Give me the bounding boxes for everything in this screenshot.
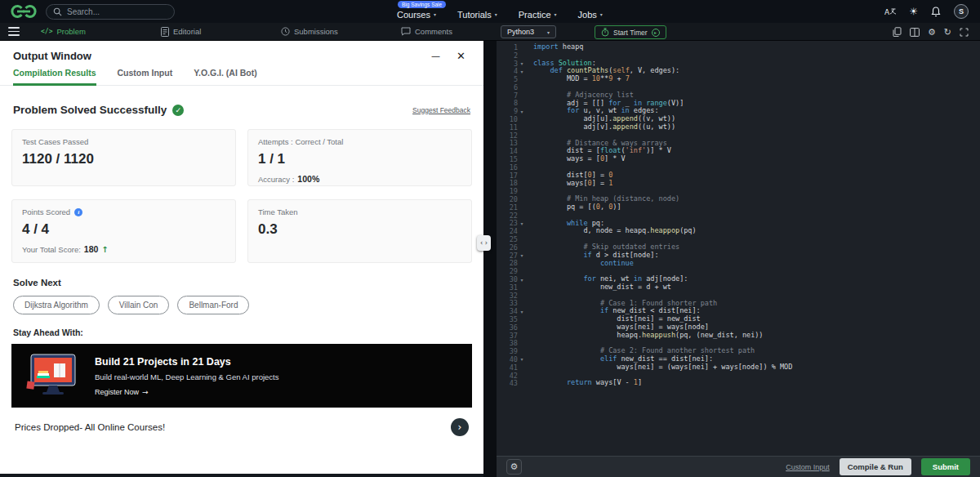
code-line[interactable]: heapq.heappush(pq, (new_dist, nei)) xyxy=(533,332,980,340)
suggest-feedback-link[interactable]: Suggest Feedback xyxy=(412,106,470,114)
compile-run-button[interactable]: Compile & Run xyxy=(840,458,911,475)
tab-yogi-ai-bot[interactable]: Y.O.G.I. (AI Bot) xyxy=(194,68,257,86)
line-number: 20 xyxy=(510,195,518,203)
code-line[interactable]: new_dist = d + wt xyxy=(533,283,980,292)
line-number: 31 xyxy=(510,283,518,292)
settings-gear-icon[interactable]: ⚙ xyxy=(928,27,936,38)
attempts-label: Attempts : Correct / Total xyxy=(258,137,461,146)
code-line[interactable]: continue xyxy=(533,260,980,268)
code-line[interactable]: ways[0] = 1 xyxy=(533,180,980,188)
promo-banner[interactable]: Build 21 Projects in 21 Days Build real-… xyxy=(11,344,472,408)
nav-item-jobs[interactable]: Jobs ▾ xyxy=(578,4,603,20)
user-avatar[interactable]: S xyxy=(954,4,969,19)
nav-item-label: Tutorials xyxy=(457,10,492,20)
search-input[interactable] xyxy=(67,7,158,16)
line-number: 14 xyxy=(510,147,518,155)
code-editor-pane: 123▾4▾56789▾1011121314151617181920212223… xyxy=(497,41,980,477)
editor-settings-gear-icon[interactable]: ⚙ xyxy=(506,459,522,475)
line-number: 7 xyxy=(514,91,518,100)
nav-menu: Big Savings Sale Courses ▾ Tutorials ▾ P… xyxy=(397,4,603,20)
minimize-icon[interactable]: — xyxy=(431,51,440,61)
nav-item-courses[interactable]: Big Savings Sale Courses ▾ xyxy=(397,4,436,20)
language-select-value: Python3 xyxy=(507,28,534,36)
code-line[interactable]: return ways[V - 1] xyxy=(533,379,980,387)
line-number: 21 xyxy=(510,203,518,212)
code-editor[interactable]: 123▾4▾56789▾1011121314151617181920212223… xyxy=(497,41,980,456)
code-icon: </> xyxy=(41,28,52,35)
notifications-bell-icon[interactable] xyxy=(931,7,941,17)
fold-icon[interactable]: ▾ xyxy=(518,252,526,258)
output-window-header: Output Window — ✕ xyxy=(0,41,483,62)
gfg-logo[interactable] xyxy=(10,3,38,20)
code-line[interactable] xyxy=(533,51,980,60)
line-number: 11 xyxy=(510,123,518,132)
editor-actions: ⚙ ↻ xyxy=(893,23,969,41)
code-line[interactable]: pq = [(0, 0)] xyxy=(533,203,980,212)
stay-ahead-heading: Stay Ahead With: xyxy=(13,328,470,337)
gfg-logo-icon xyxy=(10,3,38,20)
chip-dijkstra-algorithm[interactable]: Dijkstra Algorithm xyxy=(13,296,100,314)
status-row: Problem Solved Successfully ✓ Suggest Fe… xyxy=(13,104,470,116)
editor-code[interactable]: import heapq class Solution: def countPa… xyxy=(526,43,980,456)
line-number: 29 xyxy=(510,267,518,275)
chip-bellman-ford[interactable]: Bellman-Ford xyxy=(177,296,249,314)
total-score-label: Your Total Score: xyxy=(22,245,81,254)
code-line[interactable]: ways[nei] = (ways[nei] + ways[node]) % M… xyxy=(533,363,980,372)
copy-icon[interactable] xyxy=(893,27,902,37)
language-select[interactable]: Python3 ▾ xyxy=(501,25,556,38)
nav-item-practice[interactable]: Practice ▾ xyxy=(519,4,557,20)
tab-submissions[interactable]: Submissions xyxy=(281,27,401,37)
tab-editorial[interactable]: Editorial xyxy=(161,27,281,37)
chevron-down-icon: ▾ xyxy=(495,11,497,17)
fold-icon[interactable]: ▾ xyxy=(518,109,526,114)
time-taken-card: Time Taken 0.3 xyxy=(247,199,472,263)
register-now-link[interactable]: Register Now → xyxy=(95,388,278,396)
translate-icon[interactable]: A xyxy=(884,7,896,16)
solve-next-heading: Solve Next xyxy=(13,278,470,288)
line-number: 13 xyxy=(510,139,518,147)
theme-toggle-sun-icon[interactable]: ☀ xyxy=(909,6,918,17)
test-cases-label: Test Cases Passed xyxy=(22,137,225,146)
code-line[interactable]: d, node = heapq.heappop(pq) xyxy=(533,227,980,235)
nav-right-actions: A ☀ S xyxy=(884,4,970,19)
custom-input-link[interactable]: Custom Input xyxy=(786,463,830,471)
code-line[interactable]: MOD = 10**9 + 7 xyxy=(533,75,980,83)
tab-custom-input[interactable]: Custom Input xyxy=(118,68,173,86)
points-value: 4 / 4 xyxy=(22,221,225,238)
nav-item-tutorials[interactable]: Tutorials ▾ xyxy=(457,4,497,20)
line-number: 1 xyxy=(514,43,518,51)
fold-icon[interactable]: ▾ xyxy=(518,69,526,74)
banner-next-button[interactable]: › xyxy=(451,418,469,436)
attempts-card: Attempts : Correct / Total 1 / 1 Accurac… xyxy=(247,129,472,186)
line-number: 10 xyxy=(510,115,518,123)
fold-icon[interactable]: ▾ xyxy=(518,277,526,283)
line-number: 30 xyxy=(510,275,518,283)
line-number: 26 xyxy=(510,243,518,252)
line-number: 35 xyxy=(510,315,518,323)
points-label: Points Scored i xyxy=(22,207,225,216)
fold-icon[interactable]: ▾ xyxy=(518,60,526,66)
submit-button[interactable]: Submit xyxy=(921,458,970,475)
start-timer-button[interactable]: Start Timer ▸ xyxy=(595,25,666,39)
chip-villain-con[interactable]: Villain Con xyxy=(108,296,170,314)
close-icon[interactable]: ✕ xyxy=(457,50,466,62)
split-view-icon[interactable] xyxy=(910,28,920,37)
fold-icon[interactable]: ▾ xyxy=(518,309,526,314)
code-line[interactable]: ways = [0] * V xyxy=(533,155,980,163)
tab-problem[interactable]: </> Problem xyxy=(41,27,161,37)
timer-icon xyxy=(601,28,609,37)
drag-handle[interactable]: ‹ › xyxy=(477,235,491,251)
info-icon[interactable]: i xyxy=(74,208,82,216)
accuracy-label: Accuracy : xyxy=(258,175,294,184)
code-line[interactable]: import heapq xyxy=(533,43,980,51)
reset-refresh-icon[interactable]: ↻ xyxy=(944,27,951,38)
code-line[interactable]: adj[v].append((u, wt)) xyxy=(533,123,980,132)
line-number: 34 xyxy=(510,307,518,315)
fullscreen-icon[interactable] xyxy=(960,28,969,37)
fold-icon[interactable]: ▾ xyxy=(518,356,526,362)
hamburger-menu-icon[interactable] xyxy=(0,27,28,35)
fold-icon[interactable]: ▾ xyxy=(518,221,526,226)
tab-label: Problem xyxy=(56,27,85,36)
tab-compilation-results[interactable]: Compilation Results xyxy=(13,68,96,86)
svg-text:A: A xyxy=(884,8,890,16)
